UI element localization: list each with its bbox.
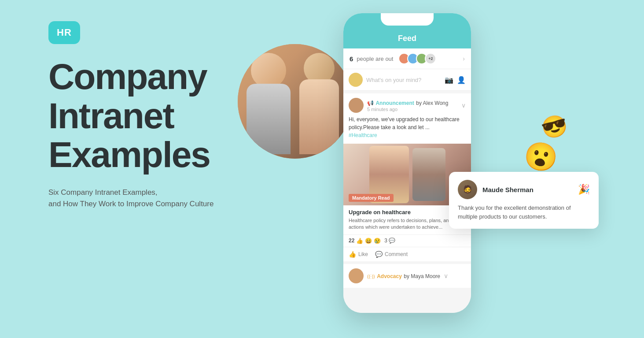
wifi-icon: ((·))	[367, 274, 375, 279]
notification-header: 🧔 Maude Sherman 🎉	[458, 180, 590, 199]
notification-avatar: 🧔	[458, 180, 477, 199]
party-emoji: 🎉	[578, 184, 590, 195]
post-body: Hi, everyone, we've upgraded to our heal…	[349, 115, 466, 139]
people-out-label: people are out	[357, 56, 393, 62]
avatars-row: +2	[398, 53, 436, 64]
advocacy-post: ((·)) Advocacy by Maya Moore ∨	[343, 264, 471, 288]
post-description: Healthcare policy refers to decisions, p…	[349, 217, 466, 231]
advocacy-author: by Maya Moore	[404, 273, 440, 279]
phone-mockup: Feed 6 people are out +2 › What's on you…	[343, 13, 471, 322]
post-input-bar[interactable]: What's on your mind? 📷 👤	[343, 69, 471, 91]
post-author: by Alex Wong	[416, 100, 448, 106]
reactions-bar: 22 👍 😄 😢 3 💬	[343, 234, 471, 247]
mandatory-badge: Mandatory Read	[349, 194, 394, 202]
hr-logo: HR	[48, 21, 80, 44]
phone-notch	[381, 13, 434, 26]
comment-count: 3 💬	[384, 238, 395, 244]
post-type-line: 📢 Announcement by Alex Wong	[367, 99, 458, 107]
phone-body: Feed 6 people are out +2 › What's on you…	[343, 13, 471, 313]
advocacy-meta: ((·)) Advocacy by Maya Moore	[367, 272, 440, 280]
reaction-count: 22	[349, 238, 354, 244]
post-placeholder: What's on your mind?	[366, 77, 441, 83]
post-meta: 📢 Announcement by Alex Wong 5 minutes ag…	[367, 99, 458, 112]
avatar-hat-emoji: 🧔	[463, 185, 472, 194]
post-header: 📢 Announcement by Alex Wong 5 minutes ag…	[349, 98, 466, 113]
thumbs-up-emoji: 👍	[356, 238, 363, 244]
post-avatar	[349, 98, 364, 113]
advocacy-avatar	[349, 268, 364, 283]
people-out-bar[interactable]: 6 people are out +2 ›	[343, 48, 471, 69]
comment-button[interactable]: 💬 Comment	[375, 251, 408, 258]
notification-card: 🧔 Maude Sherman 🎉 Thank you for the exce…	[449, 172, 599, 229]
subtitle: Six Company Intranet Examples, and How T…	[48, 187, 277, 210]
person-icon[interactable]: 👤	[457, 76, 466, 84]
post-icons: 📷 👤	[445, 76, 466, 84]
notification-text: Thank you for the excellent demonstratio…	[458, 204, 590, 221]
hero-circle-image	[238, 44, 352, 159]
megaphone-icon: 📢	[367, 100, 374, 106]
advocacy-type: Advocacy	[377, 273, 402, 279]
laugh-emoji: 😄	[365, 238, 372, 244]
surprised-emoji-decoration: 😮	[521, 138, 560, 175]
action-buttons: 👍 Like 💬 Comment	[343, 247, 471, 261]
like-button[interactable]: 👍 Like	[349, 251, 368, 258]
chevron-right-icon: ›	[463, 55, 465, 62]
camera-icon[interactable]: 📷	[445, 76, 453, 84]
img-man	[412, 148, 445, 201]
avatar-plus: +2	[425, 53, 436, 64]
post-title: Upgrade on healthcare	[349, 209, 466, 215]
circle-image-inner	[238, 44, 352, 159]
post-time: 5 minutes ago	[367, 107, 458, 112]
announcement-post: 📢 Announcement by Alex Wong 5 minutes ag…	[343, 93, 471, 144]
post-hashtag[interactable]: #Healthcare	[349, 132, 377, 138]
people-out-count: 6	[350, 55, 353, 63]
sunglasses-emoji-decoration: 😎	[539, 111, 570, 142]
post-chevron-icon: ∨	[461, 102, 466, 109]
like-icon: 👍	[349, 251, 356, 258]
notification-name: Maude Sherman	[482, 186, 534, 193]
comment-icon: 💬	[375, 251, 383, 258]
post-type: Announcement	[375, 100, 414, 106]
advocacy-chevron-icon: ∨	[444, 272, 448, 279]
sad-emoji: 😢	[374, 238, 381, 244]
user-avatar	[349, 73, 363, 87]
